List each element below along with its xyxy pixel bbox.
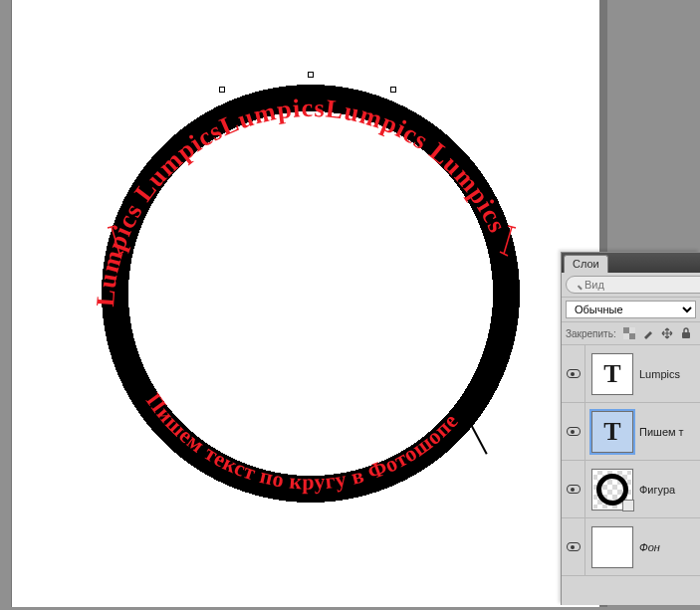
layer-name[interactable]: Lumpics <box>639 368 700 380</box>
layer-row[interactable]: T Пишем т <box>562 403 700 461</box>
layer-thumb-text-icon[interactable]: T <box>591 353 633 395</box>
svg-rect-4 <box>629 327 635 333</box>
lock-label: Закрепить: <box>566 328 616 339</box>
panel-tabbar: Слои <box>562 253 700 273</box>
eye-icon <box>567 369 581 378</box>
eye-icon <box>567 542 581 551</box>
layer-name[interactable]: Фон <box>639 541 700 553</box>
visibility-toggle[interactable] <box>562 403 585 460</box>
eye-icon <box>567 427 581 436</box>
layer-name[interactable]: Пишем т <box>639 426 700 438</box>
bottom-arc-text[interactable]: Пишем текст по кругу в Фотошопе <box>92 75 530 512</box>
svg-rect-3 <box>629 333 635 339</box>
layer-thumb-text-icon[interactable]: T <box>591 411 633 453</box>
layer-row[interactable]: Фигура <box>562 461 700 518</box>
layer-row[interactable]: Фон <box>562 518 700 576</box>
visibility-toggle[interactable] <box>562 345 585 402</box>
lock-row: Закрепить: <box>562 322 700 345</box>
svg-rect-5 <box>623 333 629 339</box>
layer-list: T Lumpics T Пишем т Фигура Фон <box>562 345 700 605</box>
layer-filter-input[interactable] <box>566 276 700 294</box>
blend-mode-row: Обычные <box>562 298 700 322</box>
text-cursor-right-icon <box>492 224 522 264</box>
visibility-toggle[interactable] <box>562 518 585 575</box>
svg-rect-2 <box>623 327 629 333</box>
vector-badge-icon <box>622 500 634 511</box>
layer-filter-row <box>562 273 700 298</box>
layer-thumb-bg-icon[interactable] <box>591 526 633 568</box>
svg-rect-6 <box>682 332 690 338</box>
lock-all-icon[interactable] <box>679 326 693 340</box>
tab-layers[interactable]: Слои <box>564 255 608 273</box>
circle-shape[interactable]: Lumpics LumpicsLumpicsLumpics Lumpics Пи… <box>92 75 530 512</box>
bottom-arc-textcontent: Пишем текст по кругу в Фотошопе <box>141 388 463 494</box>
blend-mode-select[interactable]: Обычные <box>566 301 696 318</box>
lock-transparency-icon[interactable] <box>622 326 636 340</box>
visibility-toggle[interactable] <box>562 461 585 517</box>
layer-row[interactable]: T Lumpics <box>562 345 700 403</box>
svg-text:Пишем текст по кругу в Фотошоп: Пишем текст по кругу в Фотошопе <box>141 388 463 494</box>
eye-icon <box>567 485 581 494</box>
layer-thumb-shape-icon[interactable] <box>591 469 633 510</box>
canvas-artboard[interactable]: Lumpics LumpicsLumpicsLumpics Lumpics Пи… <box>12 0 599 607</box>
lock-paint-icon[interactable] <box>641 326 655 340</box>
text-cursor-left-icon <box>102 224 131 264</box>
layer-search-wrap <box>566 276 700 294</box>
layer-name[interactable]: Фигура <box>639 484 700 496</box>
lock-position-icon[interactable] <box>660 326 674 340</box>
layers-panel: Слои Обычные Закрепить: <box>561 252 700 605</box>
lock-icons <box>622 326 693 340</box>
